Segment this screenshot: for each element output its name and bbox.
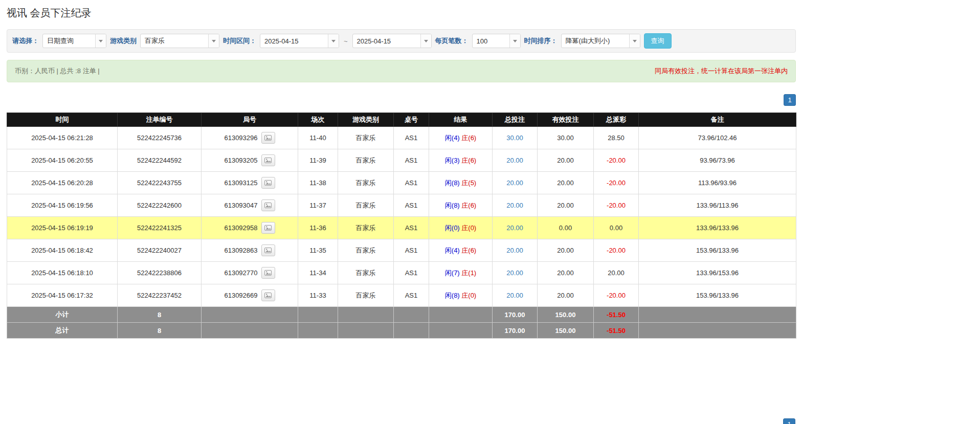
result-player: 闲(0) [445, 224, 460, 232]
column-header: 结果 [429, 113, 493, 127]
page-size-value: 100 [473, 34, 509, 48]
total-bet-link[interactable]: 20.00 [506, 269, 523, 277]
cell-result: 闲(8) 庄(5) [429, 172, 493, 194]
table-row[interactable]: 2025-04-15 06:18:42522422240027613092863… [7, 239, 796, 262]
summary-bar: 币别：人民币 | 总共 :8 注单 | 同局有效投注，统一计算在该局第一张注单内 [7, 60, 796, 82]
chevron-down-icon[interactable] [208, 34, 219, 48]
chevron-down-icon[interactable] [509, 34, 520, 48]
sort-order-combobox[interactable]: 降冪(由大到小) [561, 34, 640, 48]
result-player: 闲(8) [445, 202, 460, 209]
date-to-picker[interactable]: 2025-04-15 [352, 34, 432, 48]
replay-image-icon [264, 180, 272, 186]
pagination-bottom: 1 [783, 418, 795, 424]
table-row[interactable]: 2025-04-15 06:19:19522422241325613092958… [7, 217, 796, 239]
cell-payout: -20.00 [594, 239, 639, 262]
round-no-text: 613093125 [224, 179, 257, 187]
table-row[interactable]: 2025-04-15 06:19:56522422242600613093047… [7, 194, 796, 217]
cell-session: 11-40 [298, 127, 338, 149]
cell-order-no: 522422238806 [118, 262, 202, 284]
total-bet-link[interactable]: 20.00 [506, 157, 523, 164]
footer-label: 小计 [7, 307, 118, 323]
cell-result: 闲(8) 庄(6) [429, 194, 493, 217]
table-row[interactable]: 2025-04-15 06:17:32522422237452613092669… [7, 284, 796, 307]
total-bet-link[interactable]: 20.00 [506, 202, 523, 209]
page-size-combobox[interactable]: 100 [472, 34, 521, 48]
table-row[interactable]: 2025-04-15 06:18:10522422238806613092770… [7, 262, 796, 284]
chevron-down-icon[interactable] [95, 34, 106, 48]
total-bet-link[interactable]: 20.00 [506, 292, 523, 299]
round-replay-button[interactable] [261, 154, 275, 166]
footer-valid-bet: 150.00 [538, 323, 594, 339]
round-replay-button[interactable] [261, 199, 275, 211]
date-from-picker[interactable]: 2025-04-15 [260, 34, 339, 48]
cell-game-type: 百家乐 [338, 194, 394, 217]
payout-value: 0.00 [610, 224, 622, 232]
cell-table-no: AS1 [394, 172, 429, 194]
footer-payout: -51.50 [594, 323, 639, 339]
cell-round-no: 613093125 [202, 172, 298, 194]
select-type-combobox[interactable]: 日期查询 [42, 34, 106, 48]
footer-count: 8 [118, 323, 202, 339]
chevron-down-icon[interactable] [328, 34, 339, 48]
round-replay-button[interactable] [261, 177, 275, 189]
result-player: 闲(8) [445, 179, 460, 187]
replay-image-icon [264, 293, 272, 298]
total-bet-link[interactable]: 20.00 [506, 247, 523, 254]
round-replay-button[interactable] [261, 267, 275, 279]
page-size-label: 每页笔数： [435, 36, 469, 46]
footer-empty-cell [639, 307, 796, 323]
round-no-text: 613092770 [224, 269, 257, 277]
cell-game-type: 百家乐 [338, 127, 394, 149]
total-bet-link[interactable]: 20.00 [506, 224, 523, 232]
cell-payout: -20.00 [594, 284, 639, 307]
footer-empty-cell [639, 323, 796, 339]
result-banker: 庄(1) [461, 269, 476, 277]
total-bet-link[interactable]: 30.00 [506, 134, 523, 142]
cell-round-no: 613092863 [202, 239, 298, 262]
cell-valid-bet: 20.00 [538, 284, 594, 307]
payout-value: -20.00 [607, 247, 626, 254]
summary-notice-text: 同局有效投注，统一计算在该局第一张注单内 [655, 66, 788, 76]
result-banker: 庄(6) [461, 202, 476, 209]
round-replay-button[interactable] [261, 222, 275, 234]
chevron-down-icon[interactable] [420, 34, 431, 48]
cell-time: 2025-04-15 06:19:56 [7, 194, 118, 217]
round-replay-button[interactable] [261, 132, 275, 144]
chevron-down-icon[interactable] [629, 34, 640, 48]
cell-game-type: 百家乐 [338, 217, 394, 239]
cell-result: 闲(0) 庄(0) [429, 217, 493, 239]
game-type-combobox[interactable]: 百家乐 [140, 34, 219, 48]
table-row[interactable]: 2025-04-15 06:20:55522422244592613093205… [7, 149, 796, 172]
footer-empty-cell [298, 323, 338, 339]
column-header: 场次 [298, 113, 338, 127]
cell-round-no: 613093296 [202, 127, 298, 149]
cell-table-no: AS1 [394, 262, 429, 284]
cell-round-no: 613093047 [202, 194, 298, 217]
cell-table-no: AS1 [394, 149, 429, 172]
round-replay-button[interactable] [261, 289, 275, 301]
total-bet-link[interactable]: 20.00 [506, 179, 523, 187]
result-banker: 庄(0) [461, 224, 476, 232]
cell-game-type: 百家乐 [338, 262, 394, 284]
page-1-button-bottom[interactable]: 1 [783, 418, 795, 424]
round-replay-button[interactable] [261, 244, 275, 256]
cell-order-no: 522422244592 [118, 149, 202, 172]
cell-total-bet: 30.00 [493, 127, 538, 149]
table-row[interactable]: 2025-04-15 06:20:28522422243755613093125… [7, 172, 796, 194]
column-header: 有效投注 [538, 113, 594, 127]
round-no-text: 613093205 [224, 157, 257, 164]
cell-note: 153.96/133.96 [639, 239, 796, 262]
footer-empty-cell [429, 307, 493, 323]
cell-valid-bet: 20.00 [538, 239, 594, 262]
cell-valid-bet: 30.00 [538, 127, 594, 149]
table-row[interactable]: 2025-04-15 06:21:28522422245736613093296… [7, 127, 796, 149]
search-button[interactable]: 查询 [644, 33, 672, 49]
cell-total-bet: 20.00 [493, 284, 538, 307]
cell-round-no: 613093205 [202, 149, 298, 172]
cell-total-bet: 20.00 [493, 149, 538, 172]
cell-time: 2025-04-15 06:17:32 [7, 284, 118, 307]
sort-order-label: 时间排序： [524, 36, 558, 46]
page-1-button[interactable]: 1 [784, 94, 796, 106]
total-row: 总计8170.00150.00-51.50 [7, 323, 796, 339]
date-range-separator: ~ [343, 37, 349, 45]
